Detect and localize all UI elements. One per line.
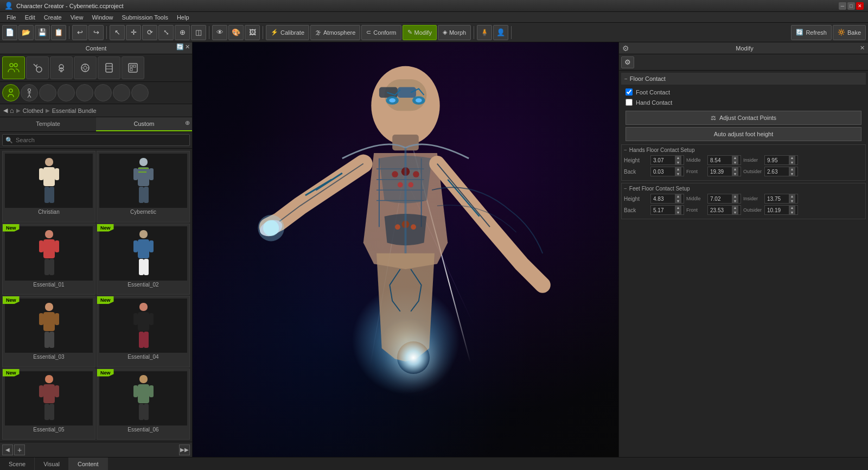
menu-submission[interactable]: Submission Tools	[118, 13, 173, 22]
feet-back-field[interactable]: ▲▼	[650, 205, 684, 215]
hands-height-field[interactable]: ▲▼	[650, 155, 684, 165]
calibrate-button[interactable]: ⚡ Calibrate	[266, 25, 309, 40]
list-item[interactable]: Christian	[2, 151, 95, 223]
person-figure-btn[interactable]	[21, 84, 38, 101]
modify-close-button[interactable]: ✕	[860, 45, 865, 52]
feet-front-field[interactable]: ▲▼	[707, 205, 741, 215]
feet-outsider-field[interactable]: ▲▼	[764, 205, 798, 215]
hands-back-input[interactable]	[653, 169, 675, 175]
list-item[interactable]: Cybernetic	[97, 151, 190, 223]
circle-btn-3[interactable]	[76, 84, 93, 101]
list-item[interactable]: New Essential_02	[97, 224, 190, 295]
refresh-icon-small[interactable]: 🔄	[176, 43, 184, 50]
menu-file[interactable]: File	[2, 13, 21, 22]
add-item-button[interactable]: +	[14, 444, 25, 455]
tab-template[interactable]: Template	[0, 117, 96, 131]
tab-options-button[interactable]: ⊕	[185, 119, 190, 126]
feet-outsider-input[interactable]	[767, 207, 789, 213]
feet-insider-field[interactable]: ▲▼	[764, 194, 798, 204]
hands-middle-up[interactable]: ▲	[732, 155, 738, 160]
atmosphere-button[interactable]: 🌫 Atmosphere	[310, 25, 360, 40]
minimize-button[interactable]: ─	[839, 2, 846, 10]
hands-height-input[interactable]	[653, 157, 675, 163]
hands-insider-input[interactable]	[767, 157, 789, 163]
menu-window[interactable]: Window	[87, 13, 117, 22]
list-item[interactable]: New Essential_06	[97, 369, 190, 440]
prop-icon-btn[interactable]	[122, 56, 144, 79]
scroll-left-button[interactable]: ◀	[2, 444, 13, 455]
scroll-right-button[interactable]: ▶▶	[179, 444, 190, 455]
hands-outsider-up[interactable]: ▲	[789, 167, 795, 172]
feet-back-down[interactable]: ▼	[675, 210, 681, 215]
menu-view[interactable]: View	[66, 13, 88, 22]
breadcrumb-essential[interactable]: Essential Bundle	[52, 107, 97, 114]
snap-tool[interactable]: ◫	[191, 25, 206, 40]
feet-outsider-up[interactable]: ▲	[789, 205, 795, 210]
list-item[interactable]: New Essential_01	[2, 224, 95, 295]
hands-insider-field[interactable]: ▲▼	[764, 155, 798, 165]
circle-btn-6[interactable]	[131, 84, 149, 101]
hands-middle-field[interactable]: ▲▼	[707, 155, 741, 165]
extra-tool[interactable]: ⊕	[175, 25, 190, 40]
scale-tool[interactable]: ⤡	[158, 25, 174, 40]
person-tool[interactable]: 🧍	[477, 25, 492, 40]
eye-tool[interactable]: 👁	[212, 25, 227, 40]
hands-insider-up[interactable]: ▲	[789, 155, 795, 160]
feet-back-input[interactable]	[653, 207, 675, 213]
feet-insider-up[interactable]: ▲	[789, 194, 795, 199]
hands-middle-down[interactable]: ▼	[732, 160, 738, 165]
open-button[interactable]: 📂	[18, 25, 34, 40]
tab-content[interactable]: Content	[69, 458, 108, 471]
select-tool[interactable]: ↖	[110, 25, 125, 40]
menu-help[interactable]: Help	[173, 13, 194, 22]
close-panel-button[interactable]: ✕	[185, 43, 190, 50]
breadcrumb-clothed[interactable]: Clothed	[23, 107, 43, 114]
rotate-tool[interactable]: ⟳	[142, 25, 157, 40]
feet-front-up[interactable]: ▲	[732, 205, 738, 210]
render2-tool[interactable]: 🖼	[245, 25, 260, 40]
list-item[interactable]: New Essential_04	[97, 296, 190, 367]
tools-icon-btn[interactable]	[26, 56, 49, 79]
hands-outsider-down[interactable]: ▼	[789, 172, 795, 176]
list-item[interactable]: New Essential_03	[2, 296, 95, 367]
feet-outsider-down[interactable]: ▼	[789, 210, 795, 215]
morph-button[interactable]: ◈ Morph	[438, 25, 471, 40]
list-item[interactable]: New Essential_05	[2, 369, 95, 440]
hands-back-up[interactable]: ▲	[675, 167, 681, 172]
hand-contact-checkbox[interactable]	[626, 99, 633, 106]
feet-insider-input[interactable]	[767, 196, 789, 202]
circle-btn-5[interactable]	[113, 84, 130, 101]
hands-front-up[interactable]: ▲	[732, 167, 738, 172]
menu-edit[interactable]: Edit	[21, 13, 40, 22]
person-male-btn[interactable]	[2, 84, 20, 101]
modify-filter-icon[interactable]: ⚙	[622, 44, 629, 53]
hands-outsider-input[interactable]	[767, 169, 789, 175]
feet-height-up[interactable]: ▲	[675, 194, 681, 199]
floor-contact-section-header[interactable]: − Floor Contact	[621, 73, 866, 85]
light-icon-btn[interactable]	[50, 56, 73, 79]
hands-front-input[interactable]	[710, 169, 732, 175]
adjust-contact-button[interactable]: ⚖ Adjust Contact Points	[626, 111, 861, 125]
auto-adjust-button[interactable]: Auto adjust foot height	[626, 127, 861, 141]
person2-tool[interactable]: 👤	[493, 25, 508, 40]
close-button[interactable]: ✕	[856, 2, 864, 10]
refresh-button[interactable]: 🔄 Refresh	[791, 25, 832, 40]
conform-button[interactable]: ⊂ Conform	[361, 25, 401, 40]
bake-button[interactable]: 🔆 Bake	[833, 25, 866, 40]
feet-back-up[interactable]: ▲	[675, 205, 681, 210]
hands-height-down[interactable]: ▼	[675, 160, 681, 165]
breadcrumb-home[interactable]: ⌂	[10, 106, 14, 115]
feet-middle-up[interactable]: ▲	[732, 194, 738, 199]
foot-contact-checkbox[interactable]	[626, 88, 633, 96]
feet-height-input[interactable]	[653, 196, 675, 202]
circle-btn-1[interactable]	[39, 84, 56, 101]
feet-height-field[interactable]: ▲▼	[650, 194, 684, 204]
cloth-icon-btn[interactable]	[98, 56, 120, 79]
viewport[interactable]	[193, 42, 618, 457]
hands-outsider-field[interactable]: ▲▼	[764, 167, 798, 176]
modify-settings-btn[interactable]: ⚙	[621, 56, 634, 68]
maximize-button[interactable]: □	[847, 2, 855, 10]
hands-front-down[interactable]: ▼	[732, 172, 738, 176]
breadcrumb-back[interactable]: ◀	[3, 107, 8, 114]
move-tool[interactable]: ✛	[126, 25, 141, 40]
